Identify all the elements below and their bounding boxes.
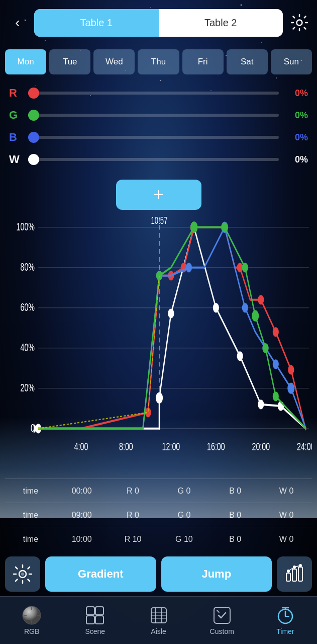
svg-text:10:57: 10:57 <box>151 214 168 226</box>
cell-b: B 0 <box>209 487 261 496</box>
svg-point-46 <box>237 351 243 361</box>
svg-point-71 <box>262 343 268 353</box>
chart-button[interactable] <box>277 556 312 592</box>
svg-text:8:00: 8:00 <box>119 440 133 453</box>
svg-rect-77 <box>292 569 296 581</box>
r-value: 0% <box>283 88 308 99</box>
w-value: 0% <box>283 154 308 165</box>
g-value: 0% <box>283 110 308 121</box>
day-sun[interactable]: Sun <box>271 49 312 74</box>
svg-point-42 <box>156 393 162 403</box>
nav-timer-label: Timer <box>276 627 294 635</box>
r-slider[interactable] <box>28 91 279 96</box>
day-mon[interactable]: Mon <box>5 49 46 74</box>
day-wed[interactable]: Wed <box>93 49 135 74</box>
tab-table1[interactable]: Table 1 <box>34 9 159 37</box>
svg-point-72 <box>273 391 279 401</box>
cell-w: W 0 <box>261 511 312 520</box>
svg-text:40%: 40% <box>20 341 34 354</box>
nav-rgb[interactable]: RGB <box>0 597 63 644</box>
nav-timer[interactable]: Timer <box>254 597 317 644</box>
g-slider-row: G 0% <box>9 104 308 126</box>
g-label: G <box>9 109 24 122</box>
table-row[interactable]: time 00:00 R 0 G 0 B 0 W 0 <box>5 478 312 503</box>
svg-text:100%: 100% <box>17 220 35 233</box>
svg-point-47 <box>258 399 264 409</box>
aisle-icon <box>149 605 169 625</box>
gradient-button[interactable]: Gradient <box>45 556 156 592</box>
b-label: B <box>9 131 24 144</box>
table-row[interactable]: time 09:00 R 0 G 0 B 0 W 0 <box>5 503 312 527</box>
svg-text:4:00: 4:00 <box>74 440 88 453</box>
add-point-button[interactable]: + <box>116 180 201 210</box>
w-slider-row: W 0% <box>9 148 308 171</box>
cell-w: W 0 <box>261 487 312 496</box>
bottom-controls: Gradient Jump <box>0 551 317 596</box>
svg-point-70 <box>252 310 259 321</box>
day-fri[interactable]: Fri <box>182 49 224 74</box>
svg-point-56 <box>258 295 264 304</box>
b-slider-row: B 0% <box>9 126 308 148</box>
svg-point-45 <box>213 303 219 312</box>
cell-time-value: 00:00 <box>56 487 108 496</box>
r-slider-row: R 0% <box>9 82 308 104</box>
svg-rect-92 <box>95 616 103 624</box>
svg-point-67 <box>190 222 197 233</box>
chart-section: 100% 80% 60% 40% 20% 0 4:00 8:00 12:00 1… <box>0 213 317 478</box>
day-sat[interactable]: Sat <box>227 49 268 74</box>
cell-g: G 0 <box>158 511 209 520</box>
day-selector: Mon Tue Wed Thu Fri Sat Sun <box>0 45 317 78</box>
cell-time-value: 10:00 <box>56 535 108 544</box>
day-thu[interactable]: Thu <box>138 49 179 74</box>
g-slider[interactable] <box>28 113 279 118</box>
tab-container: Table 1 Table 2 <box>34 9 283 37</box>
svg-point-69 <box>242 263 248 272</box>
jump-button[interactable]: Jump <box>161 556 272 592</box>
nav-aisle-label: Aisle <box>151 627 166 635</box>
nav-custom-label: Custom <box>210 627 234 635</box>
nav-rgb-label: RGB <box>24 627 39 635</box>
cell-w: W 0 <box>261 535 312 544</box>
time-table: time 00:00 R 0 G 0 B 0 W 0 time 09:00 R … <box>0 478 317 551</box>
tab-table2[interactable]: Table 2 <box>159 9 283 37</box>
svg-point-58 <box>288 365 294 374</box>
svg-rect-99 <box>214 607 230 623</box>
nav-scene[interactable]: Scene <box>63 597 127 644</box>
svg-text:20:00: 20:00 <box>252 440 270 453</box>
svg-rect-90 <box>95 607 103 615</box>
day-tue[interactable]: Tue <box>49 49 90 74</box>
back-button[interactable]: ‹ <box>5 10 30 35</box>
table-row[interactable]: time 10:00 R 10 G 10 B 0 W 0 <box>5 527 312 551</box>
cell-time-label: time <box>5 511 56 520</box>
svg-point-43 <box>168 308 174 318</box>
cell-r: R 0 <box>108 487 159 496</box>
svg-point-57 <box>273 327 279 337</box>
cell-time-value: 09:00 <box>56 511 108 520</box>
b-value: 0% <box>283 132 308 143</box>
r-label: R <box>9 87 24 100</box>
settings-button[interactable] <box>287 10 312 35</box>
svg-rect-78 <box>298 567 302 581</box>
svg-point-20 <box>297 20 302 26</box>
gear-settings-button[interactable] <box>5 556 40 592</box>
nav-aisle[interactable]: Aisle <box>127 597 190 644</box>
cell-time-label: time <box>5 535 56 544</box>
svg-point-65 <box>287 383 294 394</box>
svg-text:12:00: 12:00 <box>162 440 180 453</box>
cell-b: B 0 <box>209 535 261 544</box>
cell-time-label: time <box>5 487 56 496</box>
rgb-icon <box>22 605 42 625</box>
w-label: W <box>9 153 24 166</box>
svg-point-75 <box>21 573 24 576</box>
svg-point-64 <box>273 359 279 369</box>
nav-custom[interactable]: Custom <box>190 597 254 644</box>
svg-rect-91 <box>86 616 94 624</box>
b-slider[interactable] <box>28 135 279 140</box>
w-slider[interactable] <box>28 157 279 162</box>
timer-icon <box>275 605 295 625</box>
svg-point-60 <box>186 263 192 272</box>
svg-rect-76 <box>286 573 290 581</box>
svg-text:60%: 60% <box>20 301 34 313</box>
svg-rect-89 <box>86 607 94 615</box>
svg-point-68 <box>222 222 228 232</box>
